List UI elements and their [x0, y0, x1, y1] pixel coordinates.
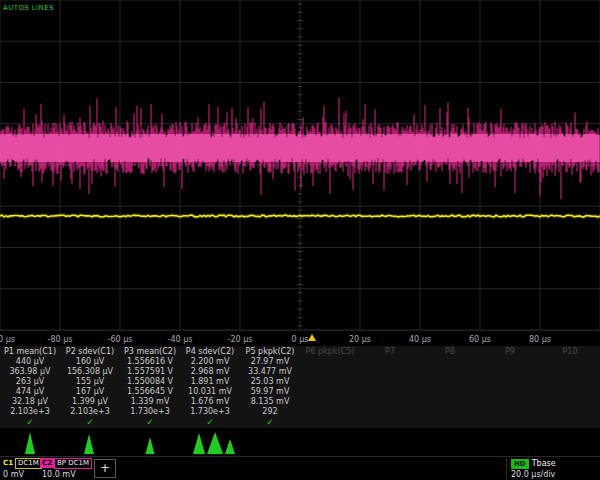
measure-value-cell: 160 µV — [60, 357, 120, 367]
measure-value-cell: 59.97 mV — [240, 387, 300, 397]
channel-c2-descriptor[interactable]: C2BP DC1M 10.0 mV — [40, 458, 90, 480]
measure-value-cell — [300, 367, 360, 377]
measure-value-cell: 27.97 mV — [240, 357, 300, 367]
measure-value-cell — [540, 387, 600, 397]
measurement-table: P1 mean(C1)P2 sdev(C1)P3 mean(C2)P4 sdev… — [0, 346, 600, 428]
c1-coupling-tag: DC1M — [15, 458, 42, 469]
measure-column-header[interactable]: P9 — [480, 347, 540, 357]
measure-column-header[interactable]: P5 pkpk(C2) — [240, 347, 300, 357]
hd-mode-badge: HD — [511, 459, 529, 469]
time-axis: -100 µs-80 µs-60 µs-40 µs-20 µs0 µs20 µs… — [0, 330, 600, 346]
measure-column-header[interactable]: P4 sdev(C2) — [180, 347, 240, 357]
measure-value-cell: 1.730e+3 — [120, 407, 180, 417]
measure-value-cell — [480, 357, 540, 367]
measure-value-cell: 2.103e+3 — [0, 407, 60, 417]
measure-value-cell — [300, 357, 360, 367]
timebase-scale: 20.0 µs/div — [511, 470, 600, 479]
measure-value-cell — [540, 407, 600, 417]
trend-spike — [84, 434, 94, 454]
measure-column-header[interactable]: P1 mean(C1) — [0, 347, 60, 357]
c2-coupling-tag: BP DC1M — [54, 458, 92, 469]
measure-value-cell — [540, 357, 600, 367]
measure-value-cell — [420, 407, 480, 417]
measure-value-cell — [360, 357, 420, 367]
measure-value-cell — [300, 377, 360, 387]
measure-column-header[interactable]: P2 sdev(C1) — [60, 347, 120, 357]
measure-value-cell: 263 µV — [0, 377, 60, 387]
measure-value-cell: 1.556645 V — [120, 387, 180, 397]
measure-value-cell — [480, 377, 540, 387]
measure-value-cell — [360, 407, 420, 417]
measure-column-header[interactable]: P8 — [420, 347, 480, 357]
measure-value-cell: 155 µV — [60, 377, 120, 387]
measure-value-cell — [420, 357, 480, 367]
measure-status-check: ✓ — [120, 417, 180, 427]
measure-value-cell — [540, 367, 600, 377]
oscilloscope-screen: AUTOS LINES -100 µs-80 µs-60 µs-40 µs-20… — [0, 0, 600, 480]
measure-value-cell: 1.557591 V — [120, 367, 180, 377]
measure-value-cell — [300, 387, 360, 397]
measure-value-cell: 1.399 µV — [60, 397, 120, 407]
measure-status-check: ✓ — [240, 417, 300, 427]
measure-value-cell — [420, 377, 480, 387]
waveform-display[interactable]: AUTOS LINES — [0, 0, 600, 330]
measure-value-cell: 440 µV — [0, 357, 60, 367]
measure-value-cell — [480, 407, 540, 417]
timebase-descriptor[interactable]: HDTbase 20.0 µs/div — [506, 458, 600, 480]
measure-value-cell: 1.550084 V — [120, 377, 180, 387]
waveform-traces — [0, 0, 600, 330]
measure-value-cell — [360, 377, 420, 387]
measure-value-cell — [360, 387, 420, 397]
time-axis-label: -60 µs — [108, 335, 133, 344]
trend-spike — [225, 439, 235, 454]
measure-value-cell — [300, 397, 360, 407]
measure-value-cell: 25.03 mV — [240, 377, 300, 387]
measure-value-cell: 156.308 µV — [60, 367, 120, 377]
measure-value-cell: 2.200 mV — [180, 357, 240, 367]
measure-column-header[interactable]: P3 mean(C2) — [120, 347, 180, 357]
status-text: AUTOS LINES — [3, 4, 54, 12]
time-axis-label: -100 µs — [0, 335, 15, 344]
time-axis-label: -80 µs — [48, 335, 73, 344]
measure-value-cell — [480, 367, 540, 377]
c1-badge: C1 — [1, 458, 15, 468]
time-axis-label: 20 µs — [349, 335, 371, 344]
measure-value-cell — [420, 367, 480, 377]
channel-c1-descriptor[interactable]: C1DC1M 0 mV — [1, 458, 39, 480]
measure-value-cell — [480, 387, 540, 397]
measure-column-header[interactable]: P7 — [360, 347, 420, 357]
measure-status-check: ✓ — [180, 417, 240, 427]
measure-column-header[interactable]: P6 pkpk(C5) — [300, 347, 360, 357]
add-trace-button[interactable]: + — [94, 459, 116, 478]
measure-value-cell: 32.18 µV — [0, 397, 60, 407]
measure-value-cell: 292 — [240, 407, 300, 417]
measure-value-cell — [360, 397, 420, 407]
measure-status-check — [420, 417, 480, 427]
measure-status-check — [480, 417, 540, 427]
time-axis-label: 0 µs — [292, 335, 309, 344]
measure-value-cell — [420, 397, 480, 407]
measure-status-check — [540, 417, 600, 427]
measure-value-cell — [300, 407, 360, 417]
trend-trace — [0, 428, 600, 456]
measure-value-cell — [360, 367, 420, 377]
measure-value-cell — [420, 387, 480, 397]
measure-value-cell: 167 µV — [60, 387, 120, 397]
bottom-toolbar: C1DC1M 0 mV C2BP DC1M 10.0 mV + HDTbase … — [0, 456, 600, 480]
trigger-position-icon[interactable] — [308, 334, 316, 341]
measure-value-cell: 10.031 mV — [180, 387, 240, 397]
measure-value-cell: 1.556616 V — [120, 357, 180, 367]
measure-status-check — [360, 417, 420, 427]
measure-value-cell: 1.730e+3 — [180, 407, 240, 417]
measure-value-cell — [540, 397, 600, 407]
trend-spike — [193, 433, 205, 454]
measure-column-header[interactable]: P10 — [540, 347, 600, 357]
c1-value: 0 mV — [1, 470, 39, 479]
measure-value-cell: 363.98 µV — [0, 367, 60, 377]
measure-value-cell: 2.103e+3 — [60, 407, 120, 417]
trend-strip — [0, 428, 600, 456]
measure-value-cell — [480, 397, 540, 407]
measure-value-cell: 33.477 mV — [240, 367, 300, 377]
measure-value-cell: 8.135 mV — [240, 397, 300, 407]
trend-spike — [146, 437, 155, 454]
